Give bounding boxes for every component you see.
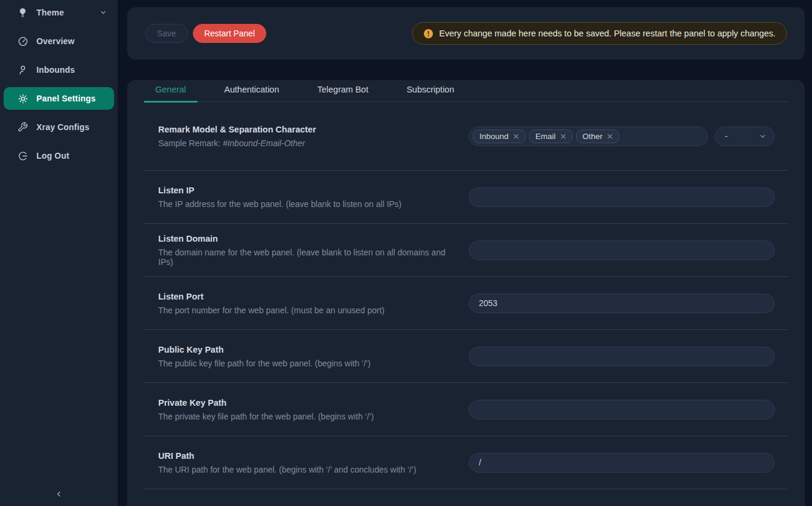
separator-select-value: - [725, 131, 728, 141]
separator-select[interactable]: - [715, 126, 775, 146]
field-control [469, 453, 775, 473]
field-title: Public Key Path [158, 345, 451, 354]
sidebar-item-theme[interactable]: Theme [4, 1, 114, 24]
save-button[interactable]: Save [145, 24, 188, 43]
remark-model-multiselect[interactable]: Inbound Email Other [469, 126, 708, 146]
tag-email: Email [529, 129, 573, 143]
settings-tabs: General Authentication Telegram Bot Subs… [144, 80, 788, 102]
lightbulb-icon [17, 7, 29, 18]
listen-ip-input[interactable] [469, 187, 775, 207]
field-label-block: Listen Port The port number for the web … [158, 292, 469, 315]
field-label-block: URI Path The URI path for the web panel.… [158, 451, 469, 474]
sidebar-item-log-out[interactable]: Log Out [4, 144, 114, 167]
gear-icon [17, 93, 29, 104]
field-label-block: Private Key Path The private key file pa… [158, 398, 469, 421]
chevron-down-icon [100, 9, 107, 16]
sidebar-item-label: Inbounds [36, 65, 75, 75]
field-description: Sample Remark: #Inbound-Email-Other [158, 138, 451, 148]
chevron-down-icon [759, 132, 767, 140]
form-row-listen-domain: Listen Domain The domain name for the we… [144, 224, 788, 277]
field-control [469, 294, 775, 313]
field-label-block: Listen Domain The domain name for the we… [158, 234, 469, 267]
uri-path-input[interactable] [469, 453, 775, 473]
remove-tag-icon[interactable] [513, 134, 519, 139]
field-label-block: Listen IP The IP address for the web pan… [158, 186, 469, 209]
field-title: Listen Domain [158, 234, 451, 243]
tag-inbound: Inbound [473, 129, 525, 143]
field-description: The domain name for the web panel. (leav… [158, 248, 451, 267]
tag-label: Other [583, 132, 603, 141]
tag-label: Email [536, 132, 556, 141]
sample-remark-value: #Inbound-Email-Other [223, 138, 305, 148]
field-control [469, 347, 775, 366]
toolbar-card: Save Restart Panel Every change made her… [127, 7, 805, 60]
form-row-listen-ip: Listen IP The IP address for the web pan… [144, 171, 788, 224]
form-row-remark-model: Remark Model & Separation Character Samp… [144, 102, 788, 171]
form-row-listen-port: Listen Port The port number for the web … [144, 277, 788, 330]
sidebar-item-label: Overview [36, 36, 75, 46]
field-description: The private key file path for the web pa… [158, 412, 451, 421]
field-title: Remark Model & Separation Character [158, 125, 451, 134]
form-row-uri-path: URI Path The URI path for the web panel.… [144, 436, 788, 489]
tab-authentication[interactable]: Authentication [213, 80, 291, 101]
sidebar-collapse-button[interactable] [0, 486, 118, 502]
sidebar-item-label: Panel Settings [36, 94, 96, 103]
field-control: Inbound Email Other - [469, 126, 775, 146]
field-title: Listen Port [158, 292, 451, 301]
sidebar-item-label: Theme [36, 8, 64, 17]
restart-warning-alert: Every change made here needs to be saved… [412, 22, 787, 45]
field-title: Listen IP [158, 186, 451, 195]
tab-subscription[interactable]: Subscription [395, 80, 466, 101]
tag-other: Other [576, 129, 620, 143]
main-content: Save Restart Panel Every change made her… [118, 0, 812, 506]
private-key-path-input[interactable] [469, 400, 775, 419]
sidebar: Theme Overview Inbounds Panel Settings [0, 0, 118, 506]
tag-label: Inbound [479, 132, 509, 141]
sidebar-item-panel-settings[interactable]: Panel Settings [4, 87, 114, 110]
panel-settings-card: General Authentication Telegram Bot Subs… [127, 80, 805, 506]
sidebar-item-label: Log Out [36, 151, 69, 161]
form-row-private-key-path: Private Key Path The private key file pa… [144, 383, 788, 436]
public-key-path-input[interactable] [469, 347, 775, 366]
restart-panel-button[interactable]: Restart Panel [193, 24, 266, 43]
tab-telegram-bot[interactable]: Telegram Bot [306, 80, 380, 101]
field-description: The IP address for the web panel. (leave… [158, 199, 451, 209]
field-description: The public key file path for the web pan… [158, 359, 451, 368]
remove-tag-icon[interactable] [607, 134, 613, 139]
wrench-icon [17, 122, 29, 132]
field-label-block: Public Key Path The public key file path… [158, 345, 469, 368]
field-title: URI Path [158, 451, 451, 461]
tab-general[interactable]: General [144, 80, 198, 101]
user-icon [17, 64, 29, 76]
sidebar-nav: Theme Overview Inbounds Panel Settings [0, 0, 118, 167]
field-description: The port number for the web panel. (must… [158, 306, 451, 315]
field-control [469, 240, 775, 260]
listen-domain-input[interactable] [469, 240, 775, 260]
field-label-block: Remark Model & Separation Character Samp… [158, 125, 469, 148]
logout-icon [17, 150, 29, 162]
warning-icon [423, 29, 433, 39]
form-row-public-key-path: Public Key Path The public key file path… [144, 330, 788, 383]
gauge-icon [17, 36, 29, 47]
field-description: The URI path for the web panel. (begins … [158, 465, 451, 474]
sidebar-item-xray-configs[interactable]: Xray Configs [4, 116, 114, 138]
field-title: Private Key Path [158, 398, 451, 408]
sidebar-item-label: Xray Configs [36, 122, 90, 132]
listen-port-input[interactable] [469, 294, 775, 313]
chevron-left-icon [55, 490, 63, 498]
remove-tag-icon[interactable] [561, 134, 566, 139]
sidebar-item-inbounds[interactable]: Inbounds [4, 58, 114, 81]
warning-text: Every change made here needs to be saved… [439, 29, 776, 38]
field-control [469, 187, 775, 207]
sidebar-item-overview[interactable]: Overview [4, 30, 114, 53]
sample-remark-prefix: Sample Remark: [158, 138, 223, 148]
field-control [469, 400, 775, 419]
